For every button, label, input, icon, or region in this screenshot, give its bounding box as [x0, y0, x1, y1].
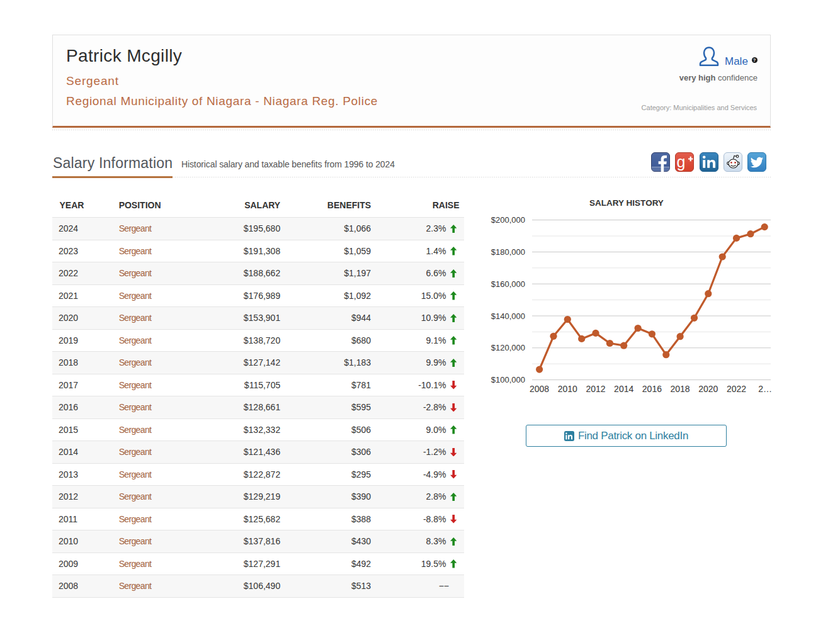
svg-text:2016: 2016 — [642, 384, 662, 394]
svg-text:$160,000: $160,000 — [491, 279, 525, 289]
svg-text:2014: 2014 — [614, 384, 633, 394]
svg-text:SALARY HISTORY: SALARY HISTORY — [589, 198, 664, 208]
svg-text:2012: 2012 — [586, 384, 605, 394]
svg-text:2008: 2008 — [530, 384, 549, 394]
svg-text:$120,000: $120,000 — [491, 343, 525, 352]
svg-text:$180,000: $180,000 — [491, 247, 525, 257]
svg-text:2…: 2… — [758, 384, 772, 394]
svg-text:$200,000: $200,000 — [491, 215, 525, 225]
svg-text:2020: 2020 — [698, 384, 718, 394]
svg-text:2022: 2022 — [727, 384, 746, 394]
svg-text:g: g — [677, 153, 686, 171]
svg-text:$140,000: $140,000 — [491, 311, 525, 321]
svg-text:2018: 2018 — [671, 384, 690, 394]
svg-text:2010: 2010 — [558, 384, 577, 394]
svg-text:$100,000: $100,000 — [491, 375, 525, 384]
